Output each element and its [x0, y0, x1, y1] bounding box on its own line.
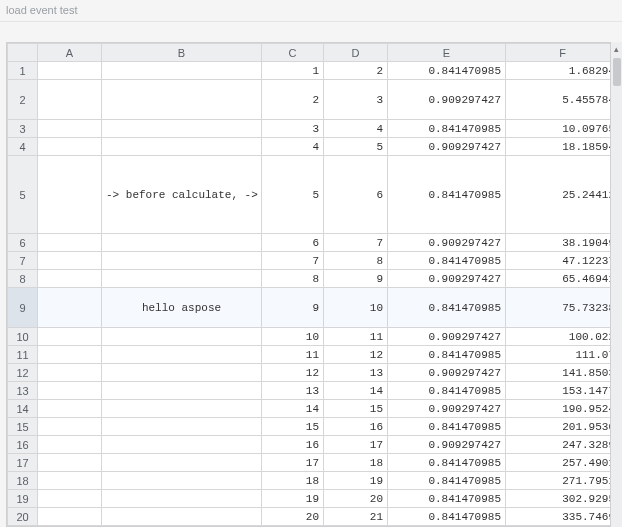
cell[interactable] — [102, 436, 262, 454]
cell[interactable]: 141.8503 — [506, 364, 620, 382]
cell[interactable]: 1 — [262, 62, 324, 80]
cell[interactable] — [38, 270, 102, 288]
cell[interactable]: 14 — [262, 400, 324, 418]
cell[interactable]: 5.455784 — [506, 80, 620, 120]
cell[interactable]: 75.73238 — [506, 288, 620, 328]
cell[interactable]: 11 — [324, 328, 388, 346]
scroll-up-icon[interactable]: ▴ — [611, 42, 622, 56]
cell[interactable]: 0.841470985 — [388, 382, 506, 400]
cell[interactable]: 8 — [262, 270, 324, 288]
cell[interactable]: 11 — [262, 346, 324, 364]
row-header[interactable]: 1 — [8, 62, 38, 80]
cell[interactable]: 6 — [324, 156, 388, 234]
row-header[interactable]: 8 — [8, 270, 38, 288]
cell[interactable]: 17 — [262, 454, 324, 472]
cell[interactable]: 47.12237 — [506, 252, 620, 270]
cell[interactable]: 7 — [262, 252, 324, 270]
cell[interactable] — [102, 472, 262, 490]
row-header[interactable]: 7 — [8, 252, 38, 270]
cell[interactable]: 16 — [262, 436, 324, 454]
cell[interactable]: 271.7951 — [506, 472, 620, 490]
cell[interactable]: -> before calculate, -> finish loadfile,… — [102, 156, 262, 234]
cell[interactable]: 0.909297427 — [388, 138, 506, 156]
cell[interactable] — [38, 138, 102, 156]
cell[interactable] — [102, 270, 262, 288]
col-header-B[interactable]: B — [102, 44, 262, 62]
scroll-thumb[interactable] — [613, 58, 621, 86]
cell[interactable]: 0.841470985 — [388, 346, 506, 364]
cell[interactable]: 25.24412 — [506, 156, 620, 234]
cell[interactable] — [38, 252, 102, 270]
cell[interactable]: 0.841470985 — [388, 156, 506, 234]
cell[interactable]: 0.909297427 — [388, 234, 506, 252]
cell[interactable]: 2 — [262, 80, 324, 120]
cell[interactable]: 18 — [262, 472, 324, 490]
cell[interactable]: 0.909297427 — [388, 328, 506, 346]
row-header[interactable]: 18 — [8, 472, 38, 490]
row-header[interactable]: 13 — [8, 382, 38, 400]
cell[interactable]: 0.841470985 — [388, 490, 506, 508]
cell[interactable]: 0.841470985 — [388, 252, 506, 270]
cell[interactable] — [102, 382, 262, 400]
spreadsheet-viewport[interactable]: A B C D E F 1120.8414709851.682942230.90… — [6, 42, 622, 527]
cell[interactable] — [38, 288, 102, 328]
cell[interactable]: 20 — [324, 490, 388, 508]
cell[interactable]: 0.841470985 — [388, 120, 506, 138]
cell[interactable] — [102, 364, 262, 382]
cell[interactable] — [102, 454, 262, 472]
cell[interactable] — [38, 418, 102, 436]
cell[interactable]: hello aspose — [102, 288, 262, 328]
cell[interactable]: 17 — [324, 436, 388, 454]
cell[interactable]: 7 — [324, 234, 388, 252]
cell[interactable]: 15 — [324, 400, 388, 418]
vertical-scrollbar[interactable]: ▴ — [610, 42, 622, 527]
cell[interactable]: 4 — [262, 138, 324, 156]
cell[interactable]: 9 — [324, 270, 388, 288]
cell[interactable]: 65.46941 — [506, 270, 620, 288]
cell[interactable]: 0.841470985 — [388, 62, 506, 80]
cell[interactable]: 8 — [324, 252, 388, 270]
cell[interactable]: 20 — [262, 508, 324, 526]
cell[interactable] — [38, 346, 102, 364]
col-header-C[interactable]: C — [262, 44, 324, 62]
cell[interactable]: 14 — [324, 382, 388, 400]
cell[interactable] — [102, 234, 262, 252]
row-header[interactable]: 3 — [8, 120, 38, 138]
cell[interactable]: 19 — [324, 472, 388, 490]
cell[interactable] — [102, 138, 262, 156]
col-header-E[interactable]: E — [388, 44, 506, 62]
cell[interactable]: 3 — [262, 120, 324, 138]
cell[interactable]: 190.9524 — [506, 400, 620, 418]
cell[interactable] — [102, 508, 262, 526]
cell[interactable] — [38, 382, 102, 400]
cell[interactable] — [38, 364, 102, 382]
cell[interactable]: 19 — [262, 490, 324, 508]
row-header[interactable]: 10 — [8, 328, 38, 346]
cell[interactable]: 1.68294 — [506, 62, 620, 80]
cell[interactable]: 0.909297427 — [388, 364, 506, 382]
cell[interactable] — [102, 80, 262, 120]
row-header[interactable]: 9 — [8, 288, 38, 328]
row-header[interactable]: 14 — [8, 400, 38, 418]
cell[interactable]: 15 — [262, 418, 324, 436]
cell[interactable] — [38, 234, 102, 252]
cell[interactable]: 0.841470985 — [388, 418, 506, 436]
cell[interactable]: 3 — [324, 80, 388, 120]
cell[interactable]: 201.9530 — [506, 418, 620, 436]
cell[interactable]: 10.09765 — [506, 120, 620, 138]
cell[interactable] — [38, 472, 102, 490]
cell[interactable] — [38, 120, 102, 138]
select-all-corner[interactable] — [8, 44, 38, 62]
cell[interactable]: 0.841470985 — [388, 508, 506, 526]
cell[interactable]: 257.4901 — [506, 454, 620, 472]
row-header[interactable]: 4 — [8, 138, 38, 156]
cell[interactable]: 12 — [324, 346, 388, 364]
cell[interactable]: 5 — [262, 156, 324, 234]
cell[interactable]: 4 — [324, 120, 388, 138]
cell[interactable] — [38, 490, 102, 508]
cell[interactable] — [38, 328, 102, 346]
cell[interactable]: 2 — [324, 62, 388, 80]
cell[interactable] — [102, 418, 262, 436]
cell[interactable]: 16 — [324, 418, 388, 436]
cell[interactable]: 38.19049 — [506, 234, 620, 252]
